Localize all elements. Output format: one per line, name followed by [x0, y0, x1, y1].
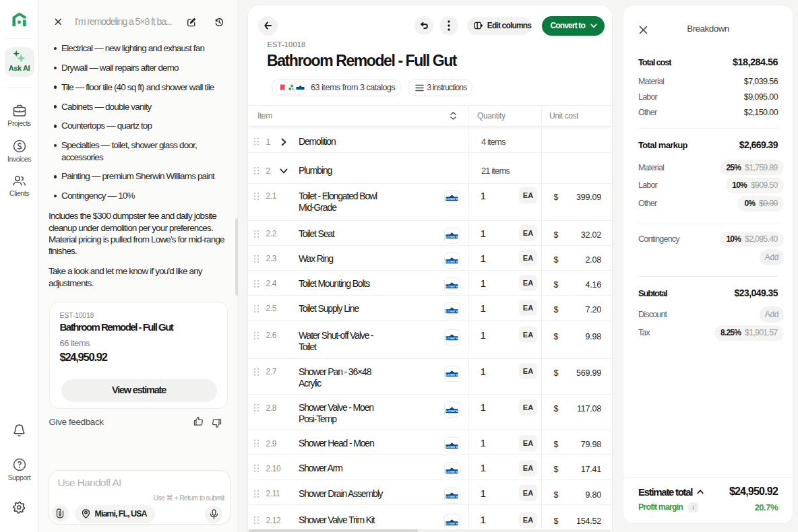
svg-text:LOWE'S: LOWE'S — [446, 521, 458, 525]
svg-text:LOWE'S: LOWE'S — [446, 310, 458, 313]
svg-text:LOWE'S: LOWE'S — [446, 285, 458, 288]
svg-text:LOWE'S: LOWE'S — [446, 495, 458, 498]
svg-text:LOWE'S: LOWE'S — [446, 444, 458, 448]
svg-text:LOWE'S: LOWE'S — [446, 197, 458, 201]
svg-text:LOWE'S: LOWE'S — [446, 260, 458, 263]
svg-text:LOWE'S: LOWE'S — [446, 235, 458, 238]
svg-text:LOWE'S: LOWE'S — [446, 409, 458, 412]
svg-text:LOWE'S: LOWE'S — [446, 337, 458, 340]
svg-text:LOWE'S: LOWE'S — [446, 469, 458, 473]
svg-text:LOWE'S: LOWE'S — [446, 373, 458, 376]
